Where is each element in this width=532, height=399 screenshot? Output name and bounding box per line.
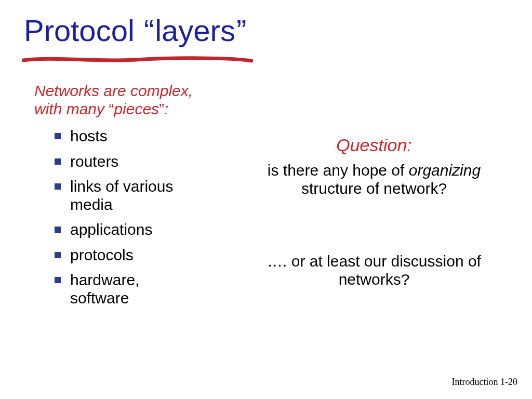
list-item-label: hardware, software [70,271,221,307]
intro-quote-close-icon: ” [159,100,164,117]
list-item-label: applications [70,221,221,239]
question-body: is there any hope of organizing structur… [260,161,488,198]
pieces-list: hosts routers links of various media app… [55,127,221,314]
bullet-icon [55,227,61,233]
intro-line2b: pieces [114,100,159,117]
bullet-icon [55,133,61,139]
slide-title: Protocol “layers” [24,16,247,46]
list-item: hosts [55,127,221,145]
list-item-label: protocols [70,246,221,264]
list-item: hardware, software [55,271,221,307]
bullet-icon [55,183,61,190]
list-item: protocols [55,246,221,264]
list-item-label: hosts [70,127,221,145]
q1b-italic: organizing [409,162,481,179]
question-label: Question: [270,135,478,155]
intro-quote-open-icon: “ [109,100,114,117]
slide-footer: Introduction 1-20 [452,377,517,388]
list-item-label: routers [70,153,221,171]
title-underline-icon [22,55,253,65]
intro-text: Networks are complex, with many “pieces”… [34,82,221,118]
list-item-label: links of various media [70,178,221,214]
list-item: applications [55,221,221,239]
bullet-icon [55,252,61,258]
intro-line2c: : [164,100,168,117]
quote-open-icon: “ [143,14,155,47]
title-part2: layers [155,14,235,47]
quote-close-icon: ” [235,14,247,47]
slide: Protocol “layers” Networks are complex, … [0,0,532,399]
list-item: routers [55,153,221,171]
q1a: is there any hope of [268,162,409,179]
intro-line2a: with many [34,100,109,117]
list-item: links of various media [55,178,221,214]
question-followup: …. or at least our discussion of network… [260,252,488,289]
bullet-icon [55,277,61,283]
q1c: structure of network? [301,180,447,197]
bullet-icon [55,158,61,165]
intro-line1: Networks are complex, [34,82,193,99]
title-part1: Protocol [24,14,143,47]
